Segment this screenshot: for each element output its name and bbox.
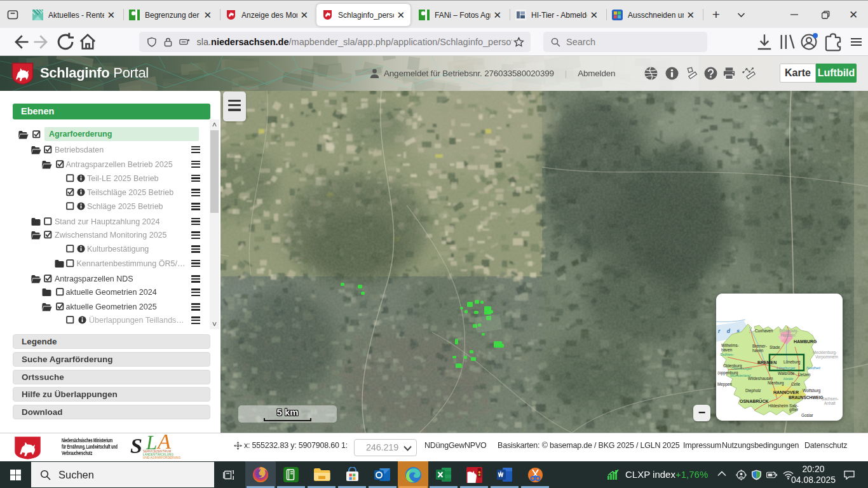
svg-text:Oldenburger: Oldenburger xyxy=(731,367,752,370)
svg-text:Stade: Stade xyxy=(770,345,780,349)
svg-text:HAMBURG: HAMBURG xyxy=(794,339,817,344)
svg-text:Wolfsburg: Wolfsburg xyxy=(803,388,821,393)
svg-text:Ostfries-: Ostfries- xyxy=(720,353,734,356)
svg-text:Wilhelms-: Wilhelms- xyxy=(721,343,739,348)
svg-text:Goslar: Goslar xyxy=(801,413,813,417)
svg-text:Lüneburger: Lüneburger xyxy=(776,366,796,370)
svg-text:Celle: Celle xyxy=(791,382,801,386)
svg-text:BRAUNSCHWEIG: BRAUNSCHWEIG xyxy=(789,395,824,400)
svg-text:Uelzen: Uelzen xyxy=(798,372,811,377)
svg-text:Meppen: Meppen xyxy=(717,382,732,387)
svg-text:haven: haven xyxy=(752,348,764,353)
svg-text:Heide: Heide xyxy=(783,377,794,381)
svg-text:Lüneburg: Lüneburg xyxy=(783,360,801,365)
svg-text:OSNABRÜCK: OSNABRÜCK xyxy=(740,398,769,403)
svg-text:Bremer-: Bremer- xyxy=(752,344,767,348)
svg-text:Cuxhaven: Cuxhaven xyxy=(755,329,773,333)
svg-text:HANNOVER: HANNOVER xyxy=(773,390,799,395)
svg-text:Holstein: Holstein xyxy=(781,333,796,337)
svg-text:Anhalt: Anhalt xyxy=(824,401,836,405)
svg-text:haven: haven xyxy=(721,348,733,352)
svg-text:gitter: gitter xyxy=(789,407,798,412)
svg-text:BREMEN: BREMEN xyxy=(757,360,776,365)
svg-text:Diepholz: Diepholz xyxy=(745,388,761,393)
svg-text:Vorpommern: Vorpommern xyxy=(815,355,839,360)
svg-text:Sachsen-: Sachsen- xyxy=(822,396,839,401)
svg-text:Münsterland: Münsterland xyxy=(730,374,751,377)
svg-text:Nordheit: Nordheit xyxy=(806,366,820,370)
svg-text:Walsrode: Walsrode xyxy=(778,371,795,376)
svg-text:Wildeshausen: Wildeshausen xyxy=(748,376,773,381)
svg-text:Hildesheim: Hildesheim xyxy=(768,403,788,408)
svg-text:Nienburg: Nienburg xyxy=(768,381,784,386)
